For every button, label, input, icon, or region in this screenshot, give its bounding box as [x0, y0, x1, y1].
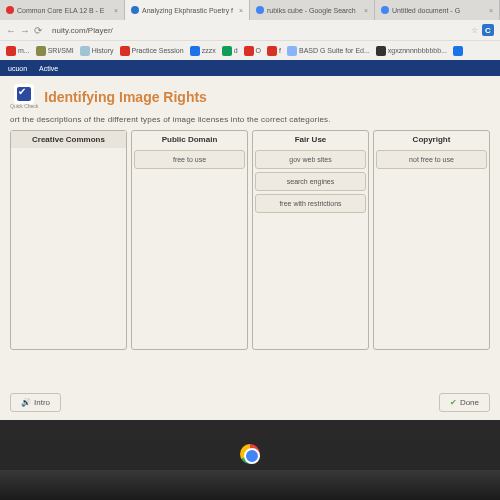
bookmark-icon: [267, 46, 277, 56]
quick-check-icon: [14, 84, 34, 104]
url-text[interactable]: nuity.com/Player/: [46, 24, 467, 37]
bookmark-icon: [190, 46, 200, 56]
star-icon[interactable]: ☆: [471, 26, 478, 35]
category-body[interactable]: free to use: [132, 148, 247, 349]
category-body[interactable]: not free to use: [374, 148, 489, 349]
bookmark[interactable]: Practice Session: [120, 46, 184, 56]
category-copyright[interactable]: Copyright not free to use: [373, 130, 490, 350]
browser-tabs: Common Core ELA 12 B - E× Analyzing Ekph…: [0, 0, 500, 20]
tab-icon: [6, 6, 14, 14]
bookmark[interactable]: BASD G Suite for Ed...: [287, 46, 370, 56]
category-header: Copyright: [374, 131, 489, 148]
extension-icon[interactable]: C: [482, 24, 494, 36]
close-icon[interactable]: ×: [364, 7, 368, 14]
draggable-chip[interactable]: search engines: [255, 172, 366, 191]
bookmark[interactable]: xgxznnnnbbbbbb...: [376, 46, 447, 56]
bookmark[interactable]: History: [80, 46, 114, 56]
tab-2[interactable]: rubiks cube - Google Search×: [250, 0, 375, 20]
app-bar-text: ucuon: [8, 65, 27, 72]
chrome-icon[interactable]: [240, 444, 260, 464]
draggable-chip[interactable]: free to use: [134, 150, 245, 169]
tab-icon: [381, 6, 389, 14]
bookmark[interactable]: [453, 46, 465, 56]
reload-icon[interactable]: ⟳: [34, 25, 42, 36]
close-icon[interactable]: ×: [239, 7, 243, 14]
forward-icon[interactable]: →: [20, 25, 30, 36]
bookmark[interactable]: d: [222, 46, 238, 56]
tab-label: rubiks cube - Google Search: [267, 7, 356, 14]
done-button[interactable]: Done: [439, 393, 490, 412]
tab-1[interactable]: Analyzing Ekphrastic Poetry f×: [125, 0, 250, 20]
bookmark-icon: [120, 46, 130, 56]
app-bar-text: Active: [39, 65, 58, 72]
page-title: Identifying Image Rights: [44, 89, 207, 105]
category-header: Creative Commons: [11, 131, 126, 148]
category-body[interactable]: gov web sites search engines free with r…: [253, 148, 368, 349]
category-fair-use[interactable]: Fair Use gov web sites search engines fr…: [252, 130, 369, 350]
tab-3[interactable]: Untitled document - G×: [375, 0, 500, 20]
bookmark-icon: [36, 46, 46, 56]
bookmark[interactable]: O: [244, 46, 261, 56]
category-public-domain[interactable]: Public Domain free to use: [131, 130, 248, 350]
tab-label: Untitled document - G: [392, 7, 460, 14]
close-icon[interactable]: ×: [114, 7, 118, 14]
bookmark-icon: [453, 46, 463, 56]
tab-icon: [131, 6, 139, 14]
bookmark-icon: [376, 46, 386, 56]
bookmark-icon: [80, 46, 90, 56]
draggable-chip[interactable]: free with restrictions: [255, 194, 366, 213]
bookmark-icon: [287, 46, 297, 56]
keyboard: [0, 470, 500, 500]
category-creative-commons[interactable]: Creative Commons: [10, 130, 127, 350]
categories: Creative Commons Public Domain free to u…: [10, 130, 490, 350]
url-bar: ← → ⟳ nuity.com/Player/ ☆ C: [0, 20, 500, 40]
category-header: Public Domain: [132, 131, 247, 148]
intro-button[interactable]: Intro: [10, 393, 61, 412]
quick-check-label: Quick Check: [10, 104, 38, 109]
back-icon[interactable]: ←: [6, 25, 16, 36]
bookmark[interactable]: f: [267, 46, 281, 56]
bookmark-icon: [222, 46, 232, 56]
tab-label: Common Core ELA 12 B - E: [17, 7, 105, 14]
tab-icon: [256, 6, 264, 14]
bookmark-bar: m... SRI/SMI History Practice Session zz…: [0, 40, 500, 60]
close-icon[interactable]: ×: [489, 7, 493, 14]
category-header: Fair Use: [253, 131, 368, 148]
tab-0[interactable]: Common Core ELA 12 B - E×: [0, 0, 125, 20]
bookmark[interactable]: m...: [6, 46, 30, 56]
content-area: Quick Check Identifying Image Rights ort…: [0, 76, 500, 420]
app-bar: ucuon Active: [0, 60, 500, 76]
bookmark[interactable]: zzzx: [190, 46, 216, 56]
instructions: ort the descriptions of the different ty…: [10, 115, 490, 124]
draggable-chip[interactable]: gov web sites: [255, 150, 366, 169]
category-body[interactable]: [11, 148, 126, 349]
draggable-chip[interactable]: not free to use: [376, 150, 487, 169]
tab-label: Analyzing Ekphrastic Poetry f: [142, 7, 233, 14]
bookmark[interactable]: SRI/SMI: [36, 46, 74, 56]
bookmark-icon: [244, 46, 254, 56]
bookmark-icon: [6, 46, 16, 56]
taskbar: [0, 438, 500, 470]
